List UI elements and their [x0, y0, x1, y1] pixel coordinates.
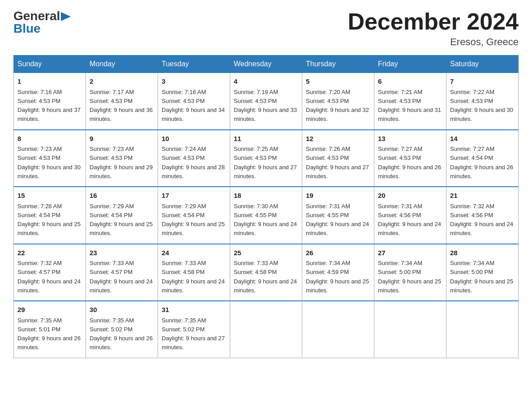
- col-monday: Monday: [86, 56, 158, 73]
- table-row: 6 Sunrise: 7:21 AMSunset: 4:53 PMDayligh…: [374, 73, 446, 130]
- day-number: 2: [90, 77, 154, 87]
- day-info: Sunrise: 7:29 AMSunset: 4:54 PMDaylight:…: [162, 203, 225, 237]
- calendar-table: Sunday Monday Tuesday Wednesday Thursday…: [13, 55, 519, 358]
- day-info: Sunrise: 7:25 AMSunset: 4:53 PMDaylight:…: [234, 146, 297, 180]
- day-info: Sunrise: 7:20 AMSunset: 4:53 PMDaylight:…: [306, 89, 369, 123]
- day-number: 18: [234, 191, 298, 201]
- day-info: Sunrise: 7:23 AMSunset: 4:53 PMDaylight:…: [17, 146, 81, 180]
- day-number: 1: [17, 77, 82, 87]
- day-number: 4: [234, 77, 298, 87]
- day-number: 21: [450, 191, 515, 201]
- table-row: 16 Sunrise: 7:29 AMSunset: 4:54 PMDaylig…: [86, 187, 158, 244]
- day-info: Sunrise: 7:35 AMSunset: 5:01 PMDaylight:…: [17, 317, 81, 351]
- day-info: Sunrise: 7:18 AMSunset: 4:53 PMDaylight:…: [162, 89, 225, 123]
- table-row: 18 Sunrise: 7:30 AMSunset: 4:55 PMDaylig…: [230, 187, 302, 244]
- day-info: Sunrise: 7:22 AMSunset: 4:53 PMDaylight:…: [450, 89, 513, 123]
- day-info: Sunrise: 7:17 AMSunset: 4:53 PMDaylight:…: [90, 89, 153, 123]
- calendar-week-row: 1 Sunrise: 7:16 AMSunset: 4:53 PMDayligh…: [14, 73, 519, 130]
- table-row: 2 Sunrise: 7:17 AMSunset: 4:53 PMDayligh…: [86, 73, 158, 130]
- day-number: 8: [17, 134, 82, 144]
- table-row: [302, 301, 374, 358]
- day-number: 11: [234, 134, 298, 144]
- table-row: [374, 301, 446, 358]
- day-info: Sunrise: 7:29 AMSunset: 4:54 PMDaylight:…: [90, 203, 153, 237]
- table-row: 14 Sunrise: 7:27 AMSunset: 4:54 PMDaylig…: [446, 130, 519, 187]
- day-number: 5: [306, 77, 370, 87]
- col-thursday: Thursday: [302, 56, 374, 73]
- day-number: 22: [17, 248, 82, 258]
- table-row: 31 Sunrise: 7:35 AMSunset: 5:02 PMDaylig…: [158, 301, 230, 358]
- day-info: Sunrise: 7:24 AMSunset: 4:53 PMDaylight:…: [162, 146, 225, 180]
- day-number: 31: [162, 305, 226, 315]
- day-number: 19: [306, 191, 370, 201]
- day-number: 13: [378, 134, 442, 144]
- day-number: 27: [378, 248, 442, 258]
- day-number: 7: [450, 77, 515, 87]
- title-block: December 2024 Eresos, Greece: [348, 9, 519, 48]
- day-info: Sunrise: 7:16 AMSunset: 4:53 PMDaylight:…: [17, 89, 81, 123]
- day-info: Sunrise: 7:35 AMSunset: 5:02 PMDaylight:…: [90, 317, 153, 351]
- table-row: [230, 301, 302, 358]
- day-info: Sunrise: 7:32 AMSunset: 4:57 PMDaylight:…: [17, 260, 81, 294]
- calendar-week-row: 22 Sunrise: 7:32 AMSunset: 4:57 PMDaylig…: [14, 244, 519, 301]
- table-row: 1 Sunrise: 7:16 AMSunset: 4:53 PMDayligh…: [14, 73, 86, 130]
- day-number: 24: [162, 248, 226, 258]
- table-row: 26 Sunrise: 7:34 AMSunset: 4:59 PMDaylig…: [302, 244, 374, 301]
- logo: General Blue: [13, 9, 71, 36]
- day-info: Sunrise: 7:31 AMSunset: 4:56 PMDaylight:…: [378, 203, 441, 237]
- table-row: 4 Sunrise: 7:19 AMSunset: 4:53 PMDayligh…: [230, 73, 302, 130]
- day-number: 26: [306, 248, 370, 258]
- table-row: 21 Sunrise: 7:32 AMSunset: 4:56 PMDaylig…: [446, 187, 519, 244]
- calendar-week-row: 15 Sunrise: 7:28 AMSunset: 4:54 PMDaylig…: [14, 187, 519, 244]
- table-row: 25 Sunrise: 7:33 AMSunset: 4:58 PMDaylig…: [230, 244, 302, 301]
- location-subtitle: Eresos, Greece: [348, 36, 519, 48]
- table-row: 11 Sunrise: 7:25 AMSunset: 4:53 PMDaylig…: [230, 130, 302, 187]
- table-row: 10 Sunrise: 7:24 AMSunset: 4:53 PMDaylig…: [158, 130, 230, 187]
- day-number: 23: [90, 248, 154, 258]
- day-info: Sunrise: 7:21 AMSunset: 4:53 PMDaylight:…: [378, 89, 441, 123]
- calendar-week-row: 29 Sunrise: 7:35 AMSunset: 5:01 PMDaylig…: [14, 301, 519, 358]
- day-info: Sunrise: 7:27 AMSunset: 4:54 PMDaylight:…: [450, 146, 513, 180]
- table-row: 22 Sunrise: 7:32 AMSunset: 4:57 PMDaylig…: [14, 244, 86, 301]
- day-info: Sunrise: 7:33 AMSunset: 4:57 PMDaylight:…: [90, 260, 153, 294]
- page-header: General Blue December 2024 Eresos, Greec…: [13, 9, 519, 48]
- month-title: December 2024: [348, 9, 519, 34]
- day-info: Sunrise: 7:31 AMSunset: 4:55 PMDaylight:…: [306, 203, 369, 237]
- table-row: 12 Sunrise: 7:26 AMSunset: 4:53 PMDaylig…: [302, 130, 374, 187]
- day-info: Sunrise: 7:26 AMSunset: 4:53 PMDaylight:…: [306, 146, 369, 180]
- day-info: Sunrise: 7:32 AMSunset: 4:56 PMDaylight:…: [450, 203, 513, 237]
- table-row: 30 Sunrise: 7:35 AMSunset: 5:02 PMDaylig…: [86, 301, 158, 358]
- day-number: 15: [17, 191, 82, 201]
- table-row: 15 Sunrise: 7:28 AMSunset: 4:54 PMDaylig…: [14, 187, 86, 244]
- table-row: 13 Sunrise: 7:27 AMSunset: 4:53 PMDaylig…: [374, 130, 446, 187]
- day-info: Sunrise: 7:34 AMSunset: 4:59 PMDaylight:…: [306, 260, 369, 294]
- day-info: Sunrise: 7:34 AMSunset: 5:00 PMDaylight:…: [450, 260, 513, 294]
- calendar-header-row: Sunday Monday Tuesday Wednesday Thursday…: [14, 56, 519, 73]
- col-tuesday: Tuesday: [158, 56, 230, 73]
- table-row: 28 Sunrise: 7:34 AMSunset: 5:00 PMDaylig…: [446, 244, 519, 301]
- table-row: 23 Sunrise: 7:33 AMSunset: 4:57 PMDaylig…: [86, 244, 158, 301]
- svg-marker-0: [61, 12, 71, 21]
- day-info: Sunrise: 7:33 AMSunset: 4:58 PMDaylight:…: [234, 260, 297, 294]
- table-row: 19 Sunrise: 7:31 AMSunset: 4:55 PMDaylig…: [302, 187, 374, 244]
- day-info: Sunrise: 7:30 AMSunset: 4:55 PMDaylight:…: [234, 203, 297, 237]
- table-row: 27 Sunrise: 7:34 AMSunset: 5:00 PMDaylig…: [374, 244, 446, 301]
- table-row: 3 Sunrise: 7:18 AMSunset: 4:53 PMDayligh…: [158, 73, 230, 130]
- day-number: 14: [450, 134, 515, 144]
- col-saturday: Saturday: [446, 56, 519, 73]
- logo-blue: Blue: [13, 21, 41, 35]
- day-info: Sunrise: 7:23 AMSunset: 4:53 PMDaylight:…: [90, 146, 153, 180]
- day-number: 30: [90, 305, 154, 315]
- col-wednesday: Wednesday: [230, 56, 302, 73]
- day-info: Sunrise: 7:28 AMSunset: 4:54 PMDaylight:…: [17, 203, 81, 237]
- calendar-week-row: 8 Sunrise: 7:23 AMSunset: 4:53 PMDayligh…: [14, 130, 519, 187]
- day-number: 28: [450, 248, 515, 258]
- table-row: 7 Sunrise: 7:22 AMSunset: 4:53 PMDayligh…: [446, 73, 519, 130]
- day-number: 25: [234, 248, 298, 258]
- table-row: [446, 301, 519, 358]
- day-number: 17: [162, 191, 226, 201]
- table-row: 24 Sunrise: 7:33 AMSunset: 4:58 PMDaylig…: [158, 244, 230, 301]
- day-info: Sunrise: 7:19 AMSunset: 4:53 PMDaylight:…: [234, 89, 297, 123]
- day-info: Sunrise: 7:27 AMSunset: 4:53 PMDaylight:…: [378, 146, 441, 180]
- table-row: 20 Sunrise: 7:31 AMSunset: 4:56 PMDaylig…: [374, 187, 446, 244]
